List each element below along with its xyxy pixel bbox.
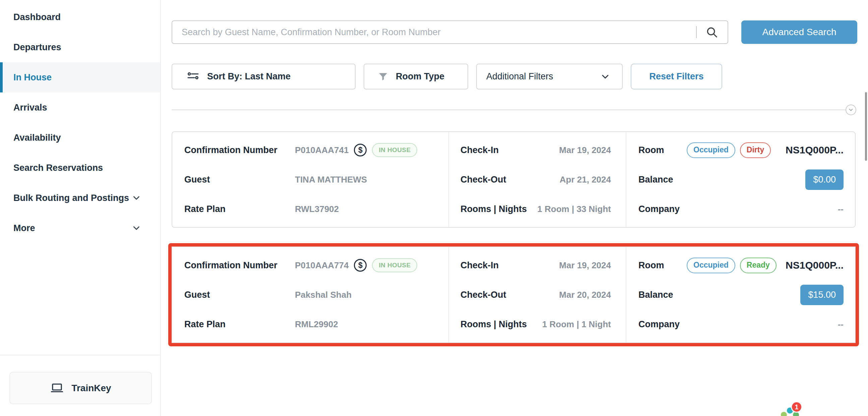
check-in-value: Mar 19, 2024 bbox=[559, 145, 611, 155]
company-label: Company bbox=[639, 204, 681, 214]
in-house-status-badge: IN HOUSE bbox=[372, 143, 417, 157]
search-divider bbox=[696, 26, 697, 38]
sidebar-item-label: More bbox=[13, 223, 35, 233]
room-label: Room bbox=[639, 260, 681, 270]
collapse-chevron-button[interactable] bbox=[845, 104, 856, 115]
room-type-button[interactable]: Room Type bbox=[364, 64, 468, 89]
balance-label: Balance bbox=[639, 174, 681, 185]
reservation-room-column: Room Occupied Ready NS1Q000P... Balance … bbox=[626, 247, 855, 342]
sidebar-item-bulk-routing-and-postings[interactable]: Bulk Routing and Postings bbox=[0, 183, 160, 213]
sidebar-item-search-reservations[interactable]: Search Reservations bbox=[0, 153, 160, 183]
room-type-label: Room Type bbox=[396, 71, 444, 82]
reset-filters-button[interactable]: Reset Filters bbox=[631, 64, 722, 89]
additional-filters-label: Additional Filters bbox=[486, 71, 553, 82]
sort-icon bbox=[187, 71, 199, 83]
room-label: Room bbox=[639, 145, 681, 155]
confirmation-number-label: Confirmation Number bbox=[184, 260, 295, 270]
balance-button[interactable]: $15.00 bbox=[800, 285, 843, 305]
rate-plan-label: Rate Plan bbox=[184, 319, 295, 329]
additional-filters-dropdown[interactable]: Additional Filters bbox=[476, 64, 623, 89]
sidebar-item-availability[interactable]: Availability bbox=[0, 123, 160, 153]
check-out-label: Check-Out bbox=[461, 174, 506, 185]
sidebar-item-departures[interactable]: Departures bbox=[0, 32, 160, 62]
sidebar-item-label: Search Reservations bbox=[13, 163, 103, 173]
housekeeping-status-badge: Dirty bbox=[740, 142, 771, 158]
search-icon[interactable] bbox=[706, 26, 718, 38]
check-out-value: Apr 21, 2024 bbox=[560, 174, 611, 185]
dollar-circle-icon[interactable]: $ bbox=[354, 144, 367, 156]
reset-filters-label: Reset Filters bbox=[649, 71, 704, 82]
sidebar-item-arrivals[interactable]: Arrivals bbox=[0, 92, 160, 123]
confirmation-number-value: P010AAA774 bbox=[295, 260, 348, 270]
reservation-card-1[interactable]: Confirmation Number P010AAA741 $ IN HOUS… bbox=[172, 131, 856, 228]
confirmation-number-value: P010AAA741 bbox=[295, 145, 348, 155]
sidebar-item-in-house[interactable]: In House bbox=[0, 62, 160, 92]
dollar-circle-icon[interactable]: $ bbox=[354, 259, 367, 271]
rooms-nights-label: Rooms | Nights bbox=[461, 204, 527, 214]
reservation-dates-column: Check-In Mar 19, 2024 Check-Out Apr 21, … bbox=[448, 132, 626, 227]
results-scrollbar[interactable] bbox=[865, 92, 867, 161]
guest-value: Pakshal Shah bbox=[295, 290, 351, 300]
company-label: Company bbox=[639, 319, 681, 329]
search-input[interactable] bbox=[172, 21, 696, 43]
check-in-label: Check-In bbox=[461, 260, 499, 270]
sidebar-item-label: Departures bbox=[13, 42, 61, 53]
room-number-value: NS1Q000P... bbox=[785, 260, 843, 271]
sidebar-item-more[interactable]: More bbox=[0, 213, 160, 243]
check-in-label: Check-In bbox=[461, 145, 499, 155]
reservation-identity-column: Confirmation Number P010AAA774 $ IN HOUS… bbox=[172, 247, 448, 342]
rate-plan-label: Rate Plan bbox=[184, 204, 295, 214]
reservation-card-2[interactable]: Confirmation Number P010AAA774 $ IN HOUS… bbox=[172, 247, 856, 343]
sidebar-item-label: Availability bbox=[13, 133, 61, 143]
room-number-value: NS1Q000P... bbox=[785, 145, 843, 156]
search-bar bbox=[172, 21, 728, 44]
confirmation-number-label: Confirmation Number bbox=[184, 145, 295, 155]
in-house-status-badge: IN HOUSE bbox=[372, 258, 417, 272]
room-status-badge: Occupied bbox=[687, 258, 735, 273]
sort-by-button[interactable]: Sort By: Last Name bbox=[172, 64, 355, 89]
results-divider bbox=[172, 109, 856, 110]
check-out-value: Mar 20, 2024 bbox=[559, 290, 611, 300]
company-value: -- bbox=[838, 204, 843, 214]
selection-highlight: Confirmation Number P010AAA774 $ IN HOUS… bbox=[168, 243, 859, 346]
company-value: -- bbox=[838, 319, 843, 329]
chevron-down-icon bbox=[600, 71, 611, 82]
sidebar-item-label: Arrivals bbox=[13, 102, 47, 113]
sort-by-label: Sort By: Last Name bbox=[207, 71, 290, 82]
rooms-nights-value: 1 Room | 33 Night bbox=[537, 204, 611, 214]
guest-label: Guest bbox=[184, 174, 295, 185]
reservation-room-column: Room Occupied Dirty NS1Q000P... Balance … bbox=[626, 132, 855, 227]
sidebar: Dashboard Departures In House Arrivals A… bbox=[0, 0, 161, 416]
check-out-label: Check-Out bbox=[461, 290, 506, 300]
trainkey-button[interactable]: TrainKey bbox=[9, 372, 152, 404]
rooms-nights-value: 1 Room | 1 Night bbox=[542, 319, 611, 329]
balance-label: Balance bbox=[639, 290, 681, 300]
rate-plan-value: RWL37902 bbox=[295, 204, 339, 214]
rate-plan-value: RML29902 bbox=[295, 319, 338, 329]
sidebar-item-label: Dashboard bbox=[13, 12, 61, 23]
chevron-down-icon bbox=[131, 223, 142, 233]
sidebar-item-label: In House bbox=[13, 72, 52, 83]
funnel-icon bbox=[378, 71, 389, 82]
trainkey-label: TrainKey bbox=[71, 383, 111, 393]
laptop-icon bbox=[50, 381, 64, 395]
room-status-badge: Occupied bbox=[687, 142, 735, 158]
guest-value: TINA MATTHEWS bbox=[295, 174, 367, 185]
rooms-nights-label: Rooms | Nights bbox=[461, 319, 527, 329]
chevron-down-icon bbox=[131, 193, 142, 203]
notification-badge: 1 bbox=[791, 401, 802, 413]
housekeeping-status-badge: Ready bbox=[740, 258, 776, 273]
reservation-identity-column: Confirmation Number P010AAA741 $ IN HOUS… bbox=[172, 132, 448, 227]
sidebar-footer-divider bbox=[0, 355, 161, 355]
reservation-dates-column: Check-In Mar 19, 2024 Check-Out Mar 20, … bbox=[448, 247, 626, 342]
sidebar-item-label: Bulk Routing and Postings bbox=[13, 193, 129, 203]
balance-button[interactable]: $0.00 bbox=[805, 169, 843, 190]
check-in-value: Mar 19, 2024 bbox=[559, 260, 611, 270]
advanced-search-button[interactable]: Advanced Search bbox=[741, 21, 857, 44]
guest-label: Guest bbox=[184, 290, 295, 300]
sidebar-item-dashboard[interactable]: Dashboard bbox=[0, 2, 160, 32]
chevron-down-icon bbox=[848, 107, 854, 113]
